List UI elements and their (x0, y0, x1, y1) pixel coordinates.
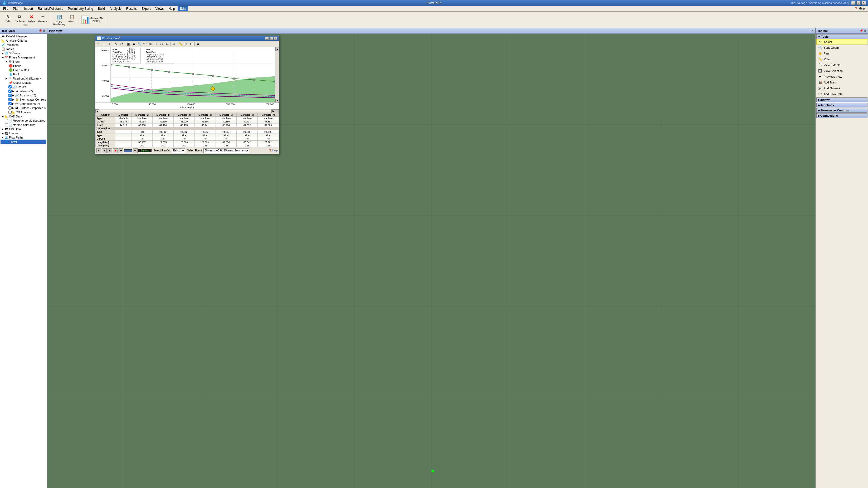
profile-btn-e[interactable]: 🔧 (137, 41, 142, 46)
toolbox-section-tools-header[interactable]: ▼ Tools (816, 34, 867, 39)
profile-event-select[interactable]: 30 years: +0 %: 15 mins: Summer (204, 148, 249, 153)
toolbox-stormwater-header[interactable]: ▶ Stormwater Controls (816, 108, 867, 113)
anim-stop-button[interactable]: ■ (102, 148, 107, 153)
tree-item-storm[interactable]: ▼ ⛈ Storm (1, 60, 46, 64)
profile-btn-i[interactable]: ⊷ (159, 41, 164, 46)
surface-checkbox[interactable] (8, 106, 11, 109)
tree-item-flow-paths[interactable]: ▼ 🌊 Flow Paths (1, 135, 46, 139)
fixed-outfall-storm-expand[interactable]: ▶ (5, 77, 8, 80)
profile-btn-j[interactable]: ⊾ (164, 41, 170, 46)
scheme-button[interactable]: 📋 Scheme (67, 13, 78, 26)
zoom-plus-button[interactable]: + (275, 109, 279, 113)
inflows-checkbox[interactable] (8, 90, 11, 93)
profile-btn-b[interactable]: ✂ (119, 41, 124, 46)
toolbox-item-select[interactable]: ↖ Select (816, 39, 867, 45)
menu-help[interactable]: Help (166, 6, 177, 11)
duplicate-button[interactable]: ⧉ Duplicate (14, 13, 26, 23)
anim-record-button[interactable]: ⏺ (113, 148, 118, 153)
starting-point-checkbox[interactable] (5, 123, 8, 126)
scroll-down-button[interactable]: ▼ (275, 99, 279, 102)
profile-btn-f[interactable]: 〰 (142, 41, 148, 46)
results-checkbox[interactable] (8, 85, 11, 89)
profile-btn-k[interactable]: ⇔ (171, 41, 176, 46)
tree-item-images[interactable]: ▶ 🖼 Images (1, 131, 46, 135)
apply-numbering-button[interactable]: 🔢 ApplyNumbering (53, 13, 66, 26)
window-controls[interactable]: _ □ × (851, 1, 866, 5)
close-button[interactable]: × (862, 1, 866, 5)
stormwater-expand[interactable]: ▶ (11, 98, 15, 101)
plan-view-close-button[interactable]: ✖ (811, 29, 814, 33)
tree-item-outfall-details[interactable]: 📌 Outfall Details (1, 80, 46, 85)
tree-close-button[interactable]: ✖ (43, 29, 45, 33)
tree-item-rainfall-manager[interactable]: 🌧 Rainfall Manager (1, 34, 46, 38)
profile-help-link[interactable]: ❓ Help (269, 149, 278, 152)
scroll-right-button[interactable]: ▶ (271, 109, 275, 113)
tree-item-junctions[interactable]: ▶ 🔗 Junctions (8) (1, 93, 46, 97)
tree-item-pollutants[interactable]: 🧪 Pollutants (1, 43, 46, 47)
profile-minimize-button[interactable]: _ (265, 37, 269, 40)
tree-item-model[interactable]: 📄 Model to be digitised.dwg (1, 119, 46, 123)
menu-file[interactable]: File (1, 6, 10, 11)
help-button[interactable]: ❓ Help (852, 6, 867, 11)
menu-rainfall[interactable]: Rainfall/Pollutants (36, 6, 65, 11)
toolbox-close-button[interactable]: ✖ (864, 29, 866, 33)
profile-add-btn[interactable]: + (107, 41, 112, 46)
toolbox-junctions-header[interactable]: ▶ Junctions (816, 103, 867, 107)
menu-edit[interactable]: Edit (178, 6, 188, 11)
menu-build[interactable]: Build (96, 6, 107, 11)
tree-item-gis-data[interactable]: ▶ 🗺 GIS Data (1, 127, 46, 131)
phase-management-expand[interactable]: ▶ (1, 56, 4, 59)
flow-paths-expand[interactable]: ▼ (1, 136, 4, 139)
tree-item-phase-management[interactable]: ▶ 📅 Phase Management (1, 55, 46, 60)
profile-btn-m[interactable]: ⊞ (183, 41, 188, 46)
anim-next-button[interactable]: ⏭ (133, 148, 137, 153)
menu-export[interactable]: Export (140, 6, 153, 11)
profile-btn-a[interactable]: ⧖ (114, 41, 119, 46)
toolbox-item-view-extents[interactable]: ⛶ View Extents (816, 62, 867, 68)
model-checkbox[interactable] (5, 119, 8, 122)
junctions-checkbox[interactable] (8, 94, 11, 97)
anim-slider-container[interactable] (124, 149, 132, 152)
toolbox-connections-header[interactable]: ▶ Connections (816, 113, 867, 118)
rename-button[interactable]: ✏ Rename (37, 13, 49, 23)
toolbox-item-pan[interactable]: ✋ Pan (816, 51, 867, 56)
menu-analysis[interactable]: Analysis (107, 6, 124, 11)
maximize-button[interactable]: □ (857, 1, 861, 5)
menu-results[interactable]: Results (124, 6, 139, 11)
toolbox-item-add-flow-path[interactable]: 〰 Add Flow Path (816, 91, 867, 97)
tree-item-stormwater-controls[interactable]: ▶ 🔒 Stormwater Controls (0) (1, 97, 46, 102)
tree-item-tables[interactable]: 📋 Tables (1, 47, 46, 51)
tree-item-fixed-outfall-storm[interactable]: ▶ ⬇ Fixed outfall (Storm) ▼ (1, 76, 46, 80)
menu-plan[interactable]: Plan (11, 6, 21, 11)
connections-expand[interactable]: ▶ (11, 102, 15, 105)
tree-item-inflows[interactable]: ▶ ➡ Inflows (7) (1, 89, 46, 93)
profile-btn-d[interactable]: ◉ (131, 41, 136, 46)
profile-btn-n[interactable]: ⊟ (189, 41, 194, 46)
menu-import[interactable]: Import (22, 6, 35, 11)
tree-item-foul[interactable]: 💧 Foul (1, 72, 46, 76)
toolbox-item-ruler[interactable]: 📏 Ruler (816, 56, 867, 62)
menu-preliminary[interactable]: Preliminary Sizing (66, 6, 95, 11)
delete-button[interactable]: ✖ Delete (26, 13, 37, 23)
tree-item-phase[interactable]: 🔴 Phase (1, 64, 46, 68)
anim-pause-button[interactable]: ⏸ (107, 148, 112, 153)
stormwater-checkbox[interactable] (8, 98, 11, 101)
show-profile-button[interactable]: 📊 Show Profile Profiles (82, 15, 104, 24)
profile-close-button[interactable]: × (274, 37, 277, 40)
tree-item-2d-analysis[interactable]: 📐 2D Analysis (1, 110, 46, 114)
cad-data-expand[interactable]: ▶ (1, 115, 4, 118)
gis-data-expand[interactable]: ▶ (1, 127, 4, 131)
tree-item-connections[interactable]: ▶ 〰 Connections (7) (1, 102, 46, 106)
toolbox-pin-icon[interactable]: 📌 (860, 29, 863, 33)
profile-zoom-btn[interactable]: ⊞ (101, 41, 107, 46)
connections-checkbox[interactable] (8, 102, 11, 105)
surface-expand[interactable]: ▶ (11, 106, 15, 109)
profile-btn-o[interactable]: ⚙ (195, 41, 200, 46)
profile-rainfall-select[interactable]: Rain 1 (172, 148, 185, 153)
profile-btn-h[interactable]: ⊸ (153, 41, 159, 46)
tree-item-3d-view[interactable]: ▶ 🧊 3D View (1, 51, 46, 55)
chart-hscrollbar[interactable]: ◀ ▶ + (95, 109, 279, 113)
junctions-expand[interactable]: ▶ (11, 94, 15, 97)
scroll-left-button[interactable]: ◀ (95, 109, 99, 113)
tree-pin-icon[interactable]: 📌 (38, 29, 42, 33)
